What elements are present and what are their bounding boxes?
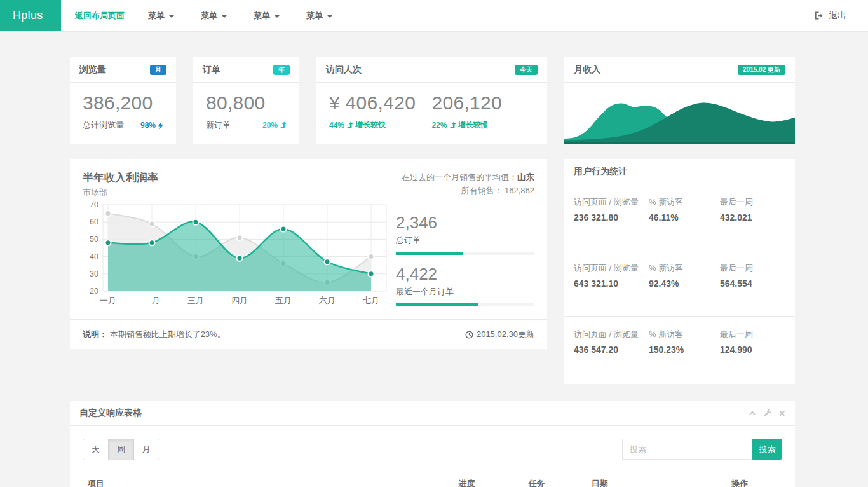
- row1-col1-label: 访问页面 / 浏览量: [574, 196, 649, 209]
- card-visits-title: 访问人次: [326, 64, 362, 76]
- stat-cards-row: 浏览量 月 386,200 总计浏览量 98% 订单 年 80,: [70, 57, 868, 144]
- nav-menu-2[interactable]: 菜单: [187, 0, 240, 31]
- card-visits: 访问人次 今天 ¥ 406,420 44% 增长较快 206,120 22%: [316, 57, 547, 144]
- behavior-panel-title: 用户行为统计: [574, 166, 627, 177]
- avg-sales-line: 在过去的一个月销售的平均值：山东: [396, 170, 534, 184]
- row3-col3-label: 最后一周: [720, 329, 785, 341]
- profit-panel: 半年收入利润率 市场部 203040506070一月二月三月四月五月六月七月 在…: [70, 159, 547, 349]
- svg-text:60: 60: [90, 217, 98, 226]
- footer-updated: 2015.02.30更新: [465, 329, 534, 340]
- row3-col1-label: 访问页面 / 浏览量: [574, 329, 649, 341]
- chevron-up-icon: [749, 409, 756, 416]
- col-header-date: 日期: [587, 473, 726, 487]
- caret-down-icon: [222, 15, 227, 18]
- nav-menu-1[interactable]: 菜单: [135, 0, 187, 31]
- back-to-layout-link[interactable]: 返回布局页面: [75, 0, 125, 31]
- behavior-row-3: 访问页面 / 浏览量436 547.20 % 新访客150.23% 最后一周12…: [564, 317, 795, 383]
- all-sales-line: 所有销售： 162,862: [396, 184, 534, 198]
- table-panel-title: 自定义响应表格: [79, 408, 142, 419]
- total-orders-label: 总订单: [396, 235, 534, 246]
- logout-button[interactable]: 退出: [814, 0, 868, 31]
- col-header-progress: 进度: [454, 473, 524, 487]
- card-income-title: 月收入: [574, 64, 600, 76]
- behavior-row-1: 访问页面 / 浏览量236 321.80 % 新访客46.11% 最后一周432…: [564, 184, 795, 250]
- footer-note: 说明： 本期销售额比上期增长了23%。: [83, 329, 226, 340]
- range-button-group: 天 周 月: [83, 439, 159, 460]
- svg-text:五月: 五月: [275, 296, 292, 305]
- month-orders-label: 最近一个月订单: [396, 286, 534, 298]
- nav-menu-4[interactable]: 菜单: [293, 0, 346, 31]
- card-views-label: 总计浏览量: [83, 120, 124, 131]
- top-navbar: Hplus 返回布局页面 菜单 菜单 菜单 菜单 退出: [0, 0, 868, 32]
- nav-menu-1-label: 菜单: [148, 10, 165, 22]
- card-views-value: 386,200: [83, 92, 163, 114]
- row1-col3-value: 432.021: [720, 212, 785, 223]
- row2-col1-label: 访问页面 / 浏览量: [574, 263, 649, 275]
- close-panel-button[interactable]: [779, 410, 785, 416]
- nav-menu-3[interactable]: 菜单: [240, 0, 293, 31]
- col-header-action: 操作: [726, 473, 782, 487]
- svg-text:四月: 四月: [231, 296, 248, 305]
- row2-col2-value: 92.43%: [649, 278, 720, 289]
- caret-down-icon: [169, 15, 174, 18]
- wrench-icon: [764, 409, 771, 417]
- svg-text:20: 20: [90, 287, 98, 296]
- collapse-panel-button[interactable]: [749, 409, 756, 416]
- page-content: 浏览量 月 386,200 总计浏览量 98% 订单 年 80,: [0, 32, 868, 487]
- card-orders-title: 订单: [203, 64, 220, 76]
- card-visits-right-delta: 22% 增长较慢: [432, 120, 489, 130]
- card-visits-left-delta: 44% 增长较快: [329, 120, 386, 130]
- nav-menu-2-label: 菜单: [201, 10, 217, 22]
- row3-col2-label: % 新访客: [649, 329, 720, 341]
- card-views-badge: 月: [150, 65, 166, 75]
- row1-col2-value: 46.11%: [649, 212, 720, 223]
- range-day-button[interactable]: 天: [83, 439, 109, 460]
- row1-col3-label: 最后一周: [720, 196, 785, 209]
- search-button[interactable]: 搜索: [752, 439, 782, 460]
- row2-col3-label: 最后一周: [720, 263, 785, 275]
- level-up-icon: [449, 121, 456, 129]
- profit-panel-subtitle: 市场部: [83, 187, 396, 198]
- monthly-income-area-chart: [564, 83, 795, 144]
- row2-col3-value: 564.554: [720, 278, 785, 289]
- row1-col1-value: 236 321.80: [574, 212, 649, 223]
- total-orders-progress: [396, 252, 534, 255]
- level-up-icon: [346, 121, 353, 129]
- month-orders-value: 4,422: [396, 264, 534, 284]
- col-header-task: 任务: [524, 473, 587, 487]
- brand-logo[interactable]: Hplus: [0, 0, 61, 31]
- svg-text:70: 70: [90, 200, 98, 209]
- card-monthly-income: 月收入 2015.02 更新: [564, 57, 795, 144]
- card-orders-label: 新订单: [206, 120, 231, 131]
- svg-text:30: 30: [90, 270, 98, 278]
- search-input[interactable]: [622, 439, 752, 460]
- row3-col1-value: 436 547.20: [574, 345, 649, 355]
- total-orders-value: 2,346: [396, 213, 534, 233]
- middle-row: 半年收入利润率 市场部 203040506070一月二月三月四月五月六月七月 在…: [70, 159, 868, 384]
- logout-label: 退出: [829, 10, 846, 22]
- card-visits-badge: 今天: [515, 65, 538, 75]
- svg-text:七月: 七月: [363, 296, 379, 305]
- responsive-table-panel: 自定义响应表格 天 周 月: [70, 401, 795, 487]
- table-search: 搜索: [622, 439, 782, 460]
- card-views: 浏览量 月 386,200 总计浏览量 98%: [70, 57, 176, 144]
- range-week-button[interactable]: 周: [108, 439, 134, 460]
- month-orders-progress: [396, 303, 534, 306]
- card-income-badge: 2015.02 更新: [738, 65, 785, 75]
- row2-col2-label: % 新访客: [649, 263, 720, 275]
- card-views-title: 浏览量: [79, 64, 106, 76]
- behavior-row-2: 访问页面 / 浏览量643 321.10 % 新访客92.43% 最后一周564…: [564, 250, 795, 317]
- card-visits-right-value: 206,120: [432, 92, 535, 114]
- bolt-icon: [158, 121, 163, 130]
- sign-out-icon: [814, 11, 824, 20]
- level-up-icon: [280, 121, 287, 129]
- settings-panel-button[interactable]: [764, 409, 771, 417]
- caret-down-icon: [275, 15, 280, 18]
- col-header-project: 项目: [83, 473, 454, 487]
- nav-menu-3-label: 菜单: [254, 10, 270, 22]
- range-month-button[interactable]: 月: [133, 439, 159, 460]
- caret-down-icon: [327, 15, 332, 18]
- card-visits-left-value: ¥ 406,420: [329, 92, 432, 114]
- projects-table: 项目 进度 任务 日期 操作: [83, 473, 782, 487]
- row3-col2-value: 150.23%: [649, 345, 720, 355]
